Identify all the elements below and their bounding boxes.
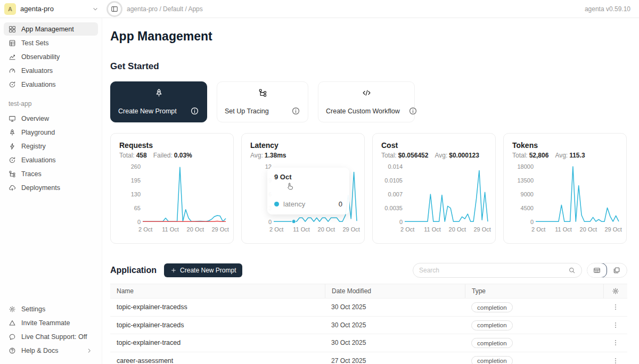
sidebar-item-label: Evaluations <box>21 156 56 164</box>
search-box <box>413 263 582 278</box>
sidebar-item-invite-teammate[interactable]: Invite Teammate <box>4 316 98 329</box>
chart-line-plot[interactable] <box>405 167 488 222</box>
search-input[interactable] <box>419 267 568 274</box>
table-view-button[interactable] <box>587 263 607 278</box>
tree-icon <box>9 170 16 178</box>
chevron-right-icon <box>86 347 93 354</box>
cursor-pointer-icon <box>285 181 295 193</box>
x-axis-tick: 20 Oct <box>187 226 204 233</box>
table-row[interactable]: topic-explainer-tracedss30 Oct 2025compl… <box>110 299 627 317</box>
sidebar-item-app-management[interactable]: App Management <box>4 22 98 36</box>
sidebar-item-traces[interactable]: Traces <box>4 167 98 180</box>
hovered-data-point <box>292 220 296 224</box>
y-axis-tick: 0.0105 <box>381 177 403 184</box>
metric-plot: 0.0140.01050.0070.003502 Oct11 Oct20 Oct… <box>381 167 487 237</box>
row-type: completion <box>465 338 603 349</box>
table-row[interactable]: topic-explainer-traced30 Oct 2025complet… <box>110 334 627 352</box>
get-started-card-label: Create Custom Workflow <box>326 107 400 115</box>
x-axis-tick: 20 Oct <box>318 226 335 233</box>
sidebar-item-test-sets[interactable]: Test Sets <box>4 36 98 49</box>
triangle-icon <box>9 319 16 327</box>
search-icon[interactable] <box>568 267 576 274</box>
y-axis-tick: 0 <box>250 219 272 225</box>
application-header: Application Create New Prompt <box>110 262 627 278</box>
info-icon[interactable] <box>190 106 199 115</box>
dots-icon <box>612 357 619 364</box>
sidebar-group-label: test-app <box>4 92 98 112</box>
sidebar-item-evaluators[interactable]: Evaluators <box>4 64 98 77</box>
metric-card-tokens: TokensTotal:52,806Avg:115.31800013500900… <box>503 133 627 244</box>
row-menu-button[interactable] <box>603 321 627 329</box>
gauge-icon <box>9 67 16 75</box>
table-view-icon <box>593 267 601 274</box>
metric-card-stats: Total:458Failed:0.03% <box>119 152 225 159</box>
tooltip-series-value: 0 <box>339 200 342 208</box>
row-menu-button[interactable] <box>603 357 627 364</box>
get-started-card-set-up-tracing[interactable]: Set Up Tracing <box>217 81 308 122</box>
sidebar-footer-nav: SettingsInvite TeammateLive Chat Support… <box>4 302 98 358</box>
row-menu-button[interactable] <box>603 339 627 346</box>
tooltip-series-row: latency0 <box>274 200 342 208</box>
sidebar-item-label: Invite Teammate <box>21 319 70 327</box>
x-axis-tick: 20 Oct <box>580 226 597 233</box>
sidebar-item-deployments[interactable]: Deployments <box>4 181 98 194</box>
tooltip-date: 9 Oct <box>274 173 342 181</box>
sidebar: App ManagementTest SetsObservabilityEval… <box>0 18 102 364</box>
x-axis-tick: 2 Oct <box>531 226 545 233</box>
chevron-down-icon <box>92 5 99 13</box>
column-header-type[interactable]: Type <box>465 284 603 298</box>
sidebar-item-label: App Management <box>21 26 74 33</box>
sidebar-item-observability[interactable]: Observability <box>4 50 98 63</box>
chart-cards: RequestsTotal:458Failed:0.03%26019513065… <box>110 133 627 244</box>
row-menu-button[interactable] <box>603 303 627 311</box>
metric-stat: Total:$0.056452 <box>381 152 428 159</box>
x-axis-tick: 2 Oct <box>400 226 414 233</box>
gear-icon <box>612 287 619 295</box>
refresh-icon <box>9 156 16 164</box>
sidebar-item-live-chat-support-off[interactable]: Live Chat Support: Off <box>4 330 98 343</box>
metric-plot: 2601951306502 Oct11 Oct20 Oct29 Oct <box>119 167 225 237</box>
sidebar-item-playground[interactable]: Playground <box>4 126 98 139</box>
sidebar-item-label: Evaluators <box>21 67 53 75</box>
version-label: agenta v0.59.10 <box>585 5 630 13</box>
dots-icon <box>612 321 619 329</box>
column-settings-button[interactable] <box>603 284 627 298</box>
card-view-button[interactable] <box>607 263 627 277</box>
get-started-card-create-custom-workflow[interactable]: Create Custom Workflow <box>318 81 415 122</box>
sidebar-item-label: Traces <box>21 170 42 178</box>
workspace-avatar: A <box>4 3 16 15</box>
info-icon[interactable] <box>408 106 417 115</box>
view-toggle <box>587 263 627 278</box>
info-icon[interactable] <box>291 106 300 115</box>
workspace-name: agenta-pro <box>20 5 87 13</box>
dots-icon <box>612 339 619 346</box>
get-started-card-create-new-prompt[interactable]: Create New Prompt <box>110 81 207 122</box>
column-header-date-modified[interactable]: Date Modified <box>325 284 465 298</box>
y-axis-tick: 260 <box>119 163 141 170</box>
sidebar-item-settings[interactable]: Settings <box>4 302 98 316</box>
tooltip-series-dot <box>274 202 279 206</box>
cloud-icon <box>9 184 16 192</box>
create-new-prompt-button[interactable]: Create New Prompt <box>164 263 242 277</box>
metric-card-stats: Avg:1.38ms <box>250 152 356 159</box>
chart-line-plot[interactable] <box>536 167 619 222</box>
applications-table: NameDate ModifiedType topic-explainer-tr… <box>110 284 627 364</box>
table-row[interactable]: topic-explainer-traceds30 Oct 2025comple… <box>110 317 627 335</box>
workspace-selector[interactable]: A agenta-pro <box>4 3 99 15</box>
type-badge: completion <box>471 302 513 312</box>
chart-tooltip: 9 Octlatency0 <box>267 168 349 214</box>
sidebar-item-evaluations[interactable]: Evaluations <box>4 153 98 167</box>
y-axis-tick: 0.007 <box>381 191 403 197</box>
column-header-name[interactable]: Name <box>110 284 325 298</box>
sidebar-item-evaluations[interactable]: Evaluations <box>4 78 98 91</box>
grid-icon <box>9 26 16 33</box>
sidebar-item-overview[interactable]: Overview <box>4 112 98 125</box>
table-row[interactable]: career-assessment27 Oct 2025completion <box>110 352 627 364</box>
metric-card-cost: CostTotal:$0.056452Avg:$0.0001230.0140.0… <box>372 133 496 244</box>
sidebar-item-registry[interactable]: Registry <box>4 139 98 153</box>
chart-line-plot[interactable] <box>143 167 226 222</box>
sidebar-item-label: Settings <box>21 305 45 313</box>
sidebar-item-help-docs[interactable]: Help & Docs <box>4 344 98 357</box>
sidebar-toggle-button[interactable] <box>106 1 122 17</box>
y-axis-tick: 0.014 <box>381 163 403 170</box>
